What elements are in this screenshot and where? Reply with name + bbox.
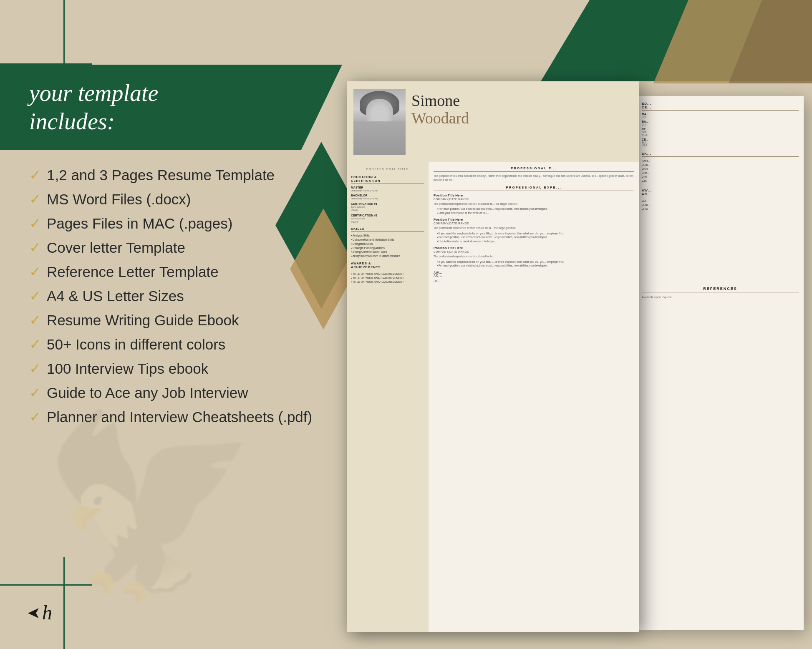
cert2-label: CERTIFICATION #2 xyxy=(351,214,424,217)
checklist-item-7: ✓ Resume Writing Guide Ebook xyxy=(29,312,346,329)
resume-last-name: Woodard xyxy=(411,110,632,127)
top-left-border-line-h xyxy=(0,63,92,65)
bachelor-detail: University Name | YEAR xyxy=(351,197,424,200)
checklist-item-9: ✓ 100 Interview Tips ebook xyxy=(29,360,346,377)
position-1-company: COMPANY|DATE RANGE xyxy=(434,198,634,201)
checklist-text-7: Resume Writing Guide Ebook xyxy=(47,312,239,329)
check-icon-8: ✓ xyxy=(29,337,41,352)
checklist-text-4: Cover letter Template xyxy=(47,239,185,256)
checklist-item-1: ✓ 1,2 and 3 Pages Resume Template xyxy=(29,167,346,184)
check-icon-10: ✓ xyxy=(29,386,41,400)
back-ed-title: ED...CE... xyxy=(642,102,799,111)
bottom-left-border-line-h xyxy=(0,584,92,586)
resume-back-page: ED...CE... MA... Uni... BA... Uni... CE.… xyxy=(637,96,804,630)
prof-profile-title: PROFESSIONAL P... xyxy=(434,166,634,172)
position-2-company: COMPANY|DATE RANGE xyxy=(434,222,634,225)
resume-header: Simone Woodard xyxy=(347,81,639,162)
checklist-item-5: ✓ Reference Letter Template xyxy=(29,264,346,280)
skills-section-title: SKILLS xyxy=(351,227,424,232)
checklist-item-10: ✓ Guide to Ace any Job Interview xyxy=(29,385,346,401)
cert1-detail: School/State YEAR xyxy=(351,205,424,212)
resume-left-column: PROFESSIONAL TITLE EDUCATION & CERTIFICA… xyxy=(347,162,429,632)
position-2-bullet-2: • For each position, use detailed action… xyxy=(434,235,634,239)
checklist-text-10: Guide to Ace any Job Interview xyxy=(47,385,248,401)
skill-4: • Strategic Planning Abilities xyxy=(351,246,424,250)
check-icon-1: ✓ xyxy=(29,168,41,182)
check-icon-3: ✓ xyxy=(29,216,41,231)
checklist-text-9: 100 Interview Tips ebook xyxy=(47,360,208,377)
bottom-left-border-line-v xyxy=(63,557,65,649)
position-3-title: Position Title Here xyxy=(434,246,634,250)
check-icon-11: ✓ xyxy=(29,410,41,424)
check-icon-6: ✓ xyxy=(29,289,41,303)
back-skill-4: • Str... xyxy=(642,171,799,175)
award-1: • TITLE OF YOUR AWARD/ACHIEVEMENT xyxy=(351,272,424,276)
resume-name-area: Simone Woodard xyxy=(411,89,632,127)
skill-2: • Collaboration and Motivation Skills xyxy=(351,238,424,242)
position-2-bullet-3: • Use Action verbs to break down each bu… xyxy=(434,239,634,244)
checklist-text-6: A4 & US Letter Sizes xyxy=(47,288,184,304)
back-skill-3: • Del... xyxy=(642,167,799,171)
check-icon-7: ✓ xyxy=(29,313,41,327)
right-awards-title: AW...AC... xyxy=(434,271,634,278)
photo-body xyxy=(353,121,406,155)
checklist-item-2: ✓ MS Word Files (.docx) xyxy=(29,191,346,208)
back-skills-title: SK... xyxy=(642,152,799,157)
check-icon-9: ✓ xyxy=(29,362,41,376)
position-2-bullet-1: • If you want the emphasis to be on your… xyxy=(434,231,634,236)
back-uni1: Uni... xyxy=(642,116,799,118)
position-1-bullet-1: • For each position, use detailed action… xyxy=(434,207,634,211)
checklist-item-4: ✓ Cover letter Template xyxy=(29,239,346,256)
check-icon-4: ✓ xyxy=(29,241,41,255)
check-icon-5: ✓ xyxy=(29,265,41,279)
resume-body: PROFESSIONAL TITLE EDUCATION & CERTIFICA… xyxy=(347,162,639,632)
back-skill-5: • Str... xyxy=(642,175,799,179)
checklist-item-11: ✓ Planner and Interview Cheatsheets (.pd… xyxy=(29,409,346,425)
skill-6: • Ability to remain calm in under pressu… xyxy=(351,254,424,258)
back-awards-title: AW...AC... xyxy=(642,189,799,197)
position-3-company: COMPANY|DATE RANGE xyxy=(434,250,634,253)
skill-5: • Strong Communication Skills xyxy=(351,250,424,254)
master-label: MASTER xyxy=(351,186,424,189)
bachelor-label: BACHELOR xyxy=(351,194,424,197)
back-col: ED...CE... MA... Uni... BA... Uni... CE.… xyxy=(642,102,799,299)
awards-section-title: AWARDS & ACHIEVEMENTS xyxy=(351,262,424,270)
back-cert1: CE... xyxy=(642,128,799,131)
resume-photo xyxy=(353,89,406,155)
back-cert2-detail: Sch...YEA... xyxy=(642,141,799,147)
back-skill-1: • Ana... xyxy=(642,159,799,163)
back-references-title: REFERENCES xyxy=(642,287,799,292)
logo: ➤ h xyxy=(27,601,52,624)
checklist-text-1: 1,2 and 3 Pages Resume Template xyxy=(47,167,275,184)
resume-front-page: Simone Woodard PROFESSIONAL TITLE EDUCAT… xyxy=(347,81,639,632)
prof-profile-text: The purpose of this area is to direct em… xyxy=(434,174,634,182)
checklist-text-11: Planner and Interview Cheatsheets (.pdf) xyxy=(47,409,312,425)
back-references-text: Available upon request xyxy=(642,296,799,299)
back-ba: BA... xyxy=(642,120,799,123)
check-icon-2: ✓ xyxy=(29,192,41,206)
logo-letter: h xyxy=(42,601,52,624)
back-cert1-detail: Sch...YEA... xyxy=(642,131,799,136)
award-3: • TITLE OF YOUR AWARD/ACHIEVEMENT xyxy=(351,280,424,284)
award-2: • TITLE OF YOUR AWARD/ACHIEVEMENT xyxy=(351,276,424,280)
position-3-bullet-2: • For each position, use detailed action… xyxy=(434,264,634,268)
back-ma: MA... xyxy=(642,113,799,116)
back-skill-6: • Abi... xyxy=(642,179,799,184)
checklist-text-2: MS Word Files (.docx) xyxy=(47,191,191,208)
right-awards-section: AW...AC... • M... xyxy=(434,271,634,282)
back-award-2: • Uni... xyxy=(642,203,799,207)
position-1-bullet-2: • Limit your description to the three or… xyxy=(434,211,634,215)
checklist-text-5: Reference Letter Template xyxy=(47,264,219,280)
green-banner: your template includes: xyxy=(0,65,342,150)
edu-section-title: EDUCATION & CERTIFICATION xyxy=(351,175,424,184)
back-award-1: • M... xyxy=(642,199,799,204)
logo-wing-icon: ➤ xyxy=(27,604,40,622)
exp-title: PROFESSIONAL EXPE... xyxy=(434,186,634,191)
checklist-text-8: 50+ Icons in different colors xyxy=(47,336,225,353)
master-detail: University Name | YEAR xyxy=(351,189,424,192)
right-award-1: • M... xyxy=(434,280,634,282)
banner-text: your template includes: xyxy=(29,79,158,135)
position-3-body: The professional experience section shou… xyxy=(434,254,634,259)
cert2-detail: School/State YEAR xyxy=(351,217,424,224)
position-1-body: The professional experience section shou… xyxy=(434,202,634,206)
